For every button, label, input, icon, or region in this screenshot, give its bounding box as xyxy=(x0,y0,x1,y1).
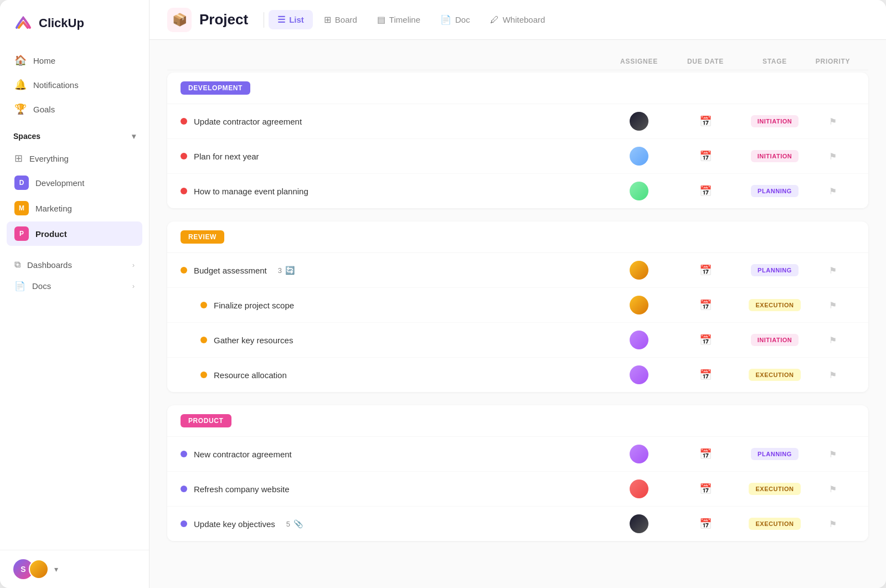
flag-icon: ⚑ xyxy=(829,519,837,529)
priority-dot xyxy=(181,118,187,125)
priority-dot xyxy=(200,302,207,308)
subsection-label: Dashboards xyxy=(27,260,72,270)
tab-board[interactable]: ⊞ Board xyxy=(315,10,366,29)
sidebar-item-docs[interactable]: 📄 Docs › xyxy=(7,276,142,296)
table-row[interactable]: Finalize project scope 📅 EXECUTION ⚑ xyxy=(167,288,868,323)
col-header-assignee: ASSIGNEE xyxy=(606,58,672,65)
flag-icon: ⚑ xyxy=(829,335,837,345)
sidebar-nav: 🏠 Home 🔔 Notifications 🏆 Goals xyxy=(0,49,149,121)
grid-icon: ⊞ xyxy=(14,152,23,164)
header-tabs: ☰ List ⊞ Board ▤ Timeline 📄 Doc 🖊 Wh xyxy=(269,10,554,29)
tab-label: List xyxy=(289,15,304,24)
priority-dot xyxy=(200,337,207,343)
sidebar-item-home[interactable]: 🏠 Home xyxy=(7,49,142,72)
chevron-right-icon: › xyxy=(132,261,135,269)
table-row[interactable]: Resource allocation 📅 EXECUTION ⚑ xyxy=(167,358,868,392)
sidebar-item-label: Home xyxy=(33,56,55,65)
calendar-icon: 📅 xyxy=(699,185,712,197)
task-meta: 3 🔄 xyxy=(278,266,295,275)
flag-icon: ⚑ xyxy=(829,449,837,460)
chevron-right-icon: › xyxy=(132,282,135,290)
avatar xyxy=(630,445,648,463)
sidebar-item-notifications[interactable]: 🔔 Notifications xyxy=(7,73,142,96)
table-row[interactable]: Update contractor agreement 📅 INITIATION… xyxy=(167,104,868,139)
stage-badge: INITIATION xyxy=(751,150,799,162)
tab-label: Board xyxy=(335,15,357,24)
section-header-review: REVIEW xyxy=(167,221,868,253)
sidebar-subsection: ⧉ Dashboards › 📄 Docs › xyxy=(0,252,149,298)
sidebar-item-goals[interactable]: 🏆 Goals xyxy=(7,97,142,121)
sidebar-item-product[interactable]: P Product xyxy=(7,221,142,246)
task-name: Budget assessment xyxy=(194,266,267,275)
refresh-icon: 🔄 xyxy=(285,266,295,275)
task-meta: 5 📎 xyxy=(286,519,303,528)
priority-dot xyxy=(181,486,187,492)
home-icon: 🏠 xyxy=(14,54,27,66)
flag-icon: ⚑ xyxy=(829,300,837,311)
calendar-icon: 📅 xyxy=(699,518,712,530)
stage-badge: PLANNING xyxy=(751,448,799,460)
tab-label: Timeline xyxy=(389,15,420,24)
tab-whiteboard[interactable]: 🖊 Whiteboard xyxy=(481,11,554,29)
app-name: ClickUp xyxy=(39,16,84,30)
avatar-img xyxy=(29,559,49,579)
priority-dot xyxy=(181,520,187,527)
stage-badge: PLANNING xyxy=(751,185,799,197)
app-container: ClickUp 🏠 Home 🔔 Notifications 🏆 Goals S… xyxy=(0,0,886,588)
calendar-icon: 📅 xyxy=(699,299,712,311)
sidebar: ClickUp 🏠 Home 🔔 Notifications 🏆 Goals S… xyxy=(0,0,150,588)
sidebar-item-dashboards[interactable]: ⧉ Dashboards › xyxy=(7,255,142,275)
table-row[interactable]: New contractor agreement 📅 PLANNING ⚑ xyxy=(167,437,868,472)
calendar-icon: 📅 xyxy=(699,115,712,127)
avatar xyxy=(630,261,648,280)
flag-icon: ⚑ xyxy=(829,265,837,276)
priority-dot xyxy=(181,451,187,457)
space-label: Development xyxy=(35,178,84,188)
spaces-label: Spaces ▾ xyxy=(13,132,136,141)
section-badge-development: DEVELOPMENT xyxy=(181,81,250,95)
sidebar-footer: S ▾ xyxy=(0,550,149,588)
space-label: Marketing xyxy=(35,204,72,213)
calendar-icon: 📅 xyxy=(699,483,712,495)
table-row[interactable]: Plan for next year 📅 INITIATION ⚑ xyxy=(167,139,868,174)
development-badge: D xyxy=(14,176,29,190)
priority-dot xyxy=(181,267,187,274)
flag-icon: ⚑ xyxy=(829,151,837,162)
footer-chevron[interactable]: ▾ xyxy=(54,565,58,574)
calendar-icon: 📅 xyxy=(699,150,712,162)
chevron-down-icon: ▾ xyxy=(132,132,136,141)
marketing-badge: M xyxy=(14,201,29,215)
avatar xyxy=(630,296,648,314)
tab-timeline[interactable]: ▤ Timeline xyxy=(368,10,429,29)
calendar-icon: 📅 xyxy=(699,264,712,276)
table-row[interactable]: Gather key resources 📅 INITIATION ⚑ xyxy=(167,323,868,358)
attachment-icon: 📎 xyxy=(293,519,303,528)
doc-icon: 📄 xyxy=(440,14,451,25)
sidebar-item-label: Notifications xyxy=(33,80,79,90)
subsection-label: Docs xyxy=(32,281,51,291)
tab-label: Doc xyxy=(455,15,470,24)
priority-dot xyxy=(200,372,207,378)
tab-list[interactable]: ☰ List xyxy=(269,10,313,29)
section-product: PRODUCT New contractor agreement 📅 PLANN… xyxy=(167,405,868,541)
sidebar-item-everything[interactable]: ⊞ Everything xyxy=(7,147,142,169)
table-row[interactable]: Budget assessment 3 🔄 📅 PLANNING ⚑ xyxy=(167,253,868,288)
section-review: REVIEW Budget assessment 3 🔄 📅 PLANNING xyxy=(167,221,868,392)
project-icon: 📦 xyxy=(167,8,192,32)
avatar xyxy=(630,331,648,349)
logo-icon xyxy=(13,13,33,33)
stage-badge: EXECUTION xyxy=(749,518,800,530)
sidebar-item-development[interactable]: D Development xyxy=(7,171,142,195)
table-row[interactable]: Update key objectives 5 📎 📅 EXECUTION ⚑ xyxy=(167,507,868,541)
calendar-icon: 📅 xyxy=(699,334,712,346)
sidebar-item-marketing[interactable]: M Marketing xyxy=(7,196,142,220)
dashboards-icon: ⧉ xyxy=(14,260,20,270)
tab-doc[interactable]: 📄 Doc xyxy=(431,10,479,29)
task-name: Resource allocation xyxy=(214,370,287,380)
task-name: Finalize project scope xyxy=(214,301,294,310)
table-row[interactable]: Refresh company website 📅 EXECUTION ⚑ xyxy=(167,472,868,507)
table-row[interactable]: How to manage event planning 📅 PLANNING … xyxy=(167,174,868,208)
flag-icon: ⚑ xyxy=(829,186,837,197)
task-name: Gather key resources xyxy=(214,336,293,345)
main-content: 📦 Project ☰ List ⊞ Board ▤ Timeline 📄 xyxy=(150,0,886,588)
